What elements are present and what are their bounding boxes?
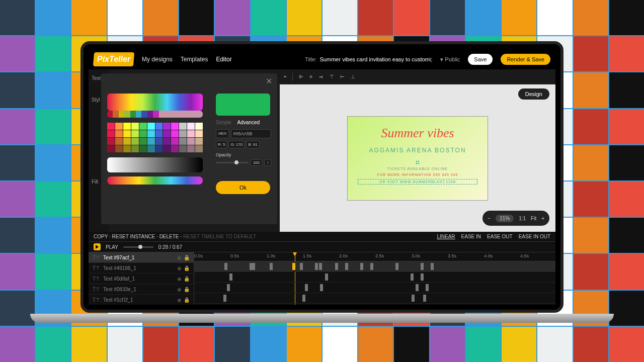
logo[interactable]: PixTeller <box>93 52 134 66</box>
keyframe[interactable] <box>345 263 348 270</box>
action-delete[interactable]: DELETE <box>159 234 179 239</box>
layer-row[interactable]: T⊤Text #1cf1f_1◉🔒 <box>89 295 194 305</box>
action-copy[interactable]: COPY <box>94 234 108 239</box>
track-row[interactable] <box>194 261 555 272</box>
layer-row[interactable]: T⊤Text #0d8af_1◉🔒 <box>89 274 194 284</box>
canvas-line1-text[interactable]: TICKETS AVAILABLE ONLINE <box>348 167 488 170</box>
keyframe[interactable] <box>431 263 434 270</box>
palette-rainbow[interactable] <box>107 94 203 111</box>
zoom-plus-icon[interactable]: + <box>541 216 544 221</box>
time-ruler[interactable]: const marks=["0.0s","0.5s","1.0s","1.5s"… <box>194 252 555 261</box>
visibility-icon[interactable]: ◉ <box>177 265 182 271</box>
track-area[interactable]: const marks=["0.0s","0.5s","1.0s","1.5s"… <box>194 252 555 305</box>
opacity-slider[interactable]: 100 ↕ <box>216 159 271 166</box>
lock-icon[interactable]: 🔒 <box>184 287 190 292</box>
keyframe[interactable] <box>421 274 424 281</box>
tab-simple[interactable]: Simple <box>216 120 231 125</box>
align-top-icon[interactable]: ⊤ <box>330 74 334 79</box>
align-left-icon[interactable]: ⊫ <box>299 74 303 79</box>
align-right-icon[interactable]: ⫤ <box>318 74 324 79</box>
keyframe[interactable] <box>395 263 398 270</box>
canvas-area[interactable]: Design Summer vibes AGGAMIS ARENA BOSTON… <box>280 84 555 232</box>
easing-linear[interactable]: LINEAR <box>437 234 455 239</box>
keyframe[interactable] <box>360 263 363 270</box>
track-row[interactable] <box>194 304 555 305</box>
visibility-icon[interactable]: ◉ <box>177 287 182 292</box>
keyframe[interactable] <box>270 263 273 270</box>
nav-my-designs[interactable]: My designs <box>142 56 173 63</box>
design-canvas[interactable]: Summer vibes AGGAMIS ARENA BOSTON TICKET… <box>347 116 488 201</box>
canvas-subtitle-text[interactable]: AGGAMIS ARENA BOSTON <box>348 147 488 154</box>
keyframe[interactable] <box>224 263 227 270</box>
keyframe[interactable] <box>426 284 429 291</box>
keyframe[interactable] <box>252 263 255 270</box>
keyframe[interactable] <box>319 263 322 270</box>
keyframe[interactable] <box>320 284 323 291</box>
nav-editor[interactable]: Editor <box>216 56 231 63</box>
selection-handle[interactable] <box>416 161 419 164</box>
keyframe[interactable] <box>325 274 328 281</box>
canvas-title-text[interactable]: Summer vibes <box>348 126 488 141</box>
easing-ease-out[interactable]: EASE OUT <box>487 234 513 239</box>
visibility-icon[interactable]: ◉ <box>177 276 182 282</box>
keyframe[interactable] <box>416 284 419 291</box>
zoom-1to1[interactable]: 1:1 <box>519 216 526 221</box>
speed-slider[interactable] <box>123 246 153 248</box>
track-row[interactable] <box>194 293 555 304</box>
keyframe[interactable] <box>335 263 338 270</box>
keyframe[interactable] <box>227 284 230 291</box>
action-reset-instance[interactable]: RESET INSTANCE <box>112 234 155 239</box>
keyframe[interactable] <box>229 274 232 281</box>
play-button[interactable] <box>94 243 101 250</box>
b-input[interactable]: B:91 <box>246 141 259 148</box>
easing-ease-in-out[interactable]: EASE IN OUT <box>519 234 550 239</box>
palette-gradient-bar[interactable] <box>107 176 203 185</box>
render-save-button[interactable]: Render & Save <box>501 54 550 65</box>
keyframe[interactable] <box>292 263 295 270</box>
layer-row[interactable]: T⊤Text #49186_1◉🔒 <box>89 263 194 274</box>
g-input[interactable]: G:170 <box>228 141 245 148</box>
palette-rainbow-dark[interactable] <box>107 111 203 118</box>
lock-icon[interactable]: 🔒 <box>184 276 190 282</box>
tab-advanced[interactable]: Advanced <box>237 120 260 125</box>
easing-ease-in[interactable]: EASE IN <box>461 234 481 239</box>
r-input[interactable]: R:5 <box>216 141 227 148</box>
zoom-fit[interactable]: Fit <box>531 216 536 221</box>
title-input[interactable]: Summer vibes card invitation easy to cus… <box>320 56 433 62</box>
zoom-in-icon[interactable]: + <box>283 74 286 79</box>
close-icon[interactable]: ✕ <box>266 76 272 86</box>
visibility-icon[interactable]: ◉ <box>177 255 182 260</box>
lock-icon[interactable]: 🔒 <box>184 297 190 303</box>
keyframe[interactable] <box>315 263 318 270</box>
keyframe[interactable] <box>411 274 414 281</box>
keyframe[interactable] <box>300 263 303 270</box>
design-mode-button[interactable]: Design <box>518 88 549 100</box>
layer-row[interactable]: T⊤Text #97acf_1◉🔒 <box>89 252 194 263</box>
keyframe[interactable] <box>302 295 305 302</box>
save-button[interactable]: Save <box>468 54 493 65</box>
keyframe[interactable] <box>370 263 373 270</box>
keyframe[interactable] <box>223 295 226 302</box>
lock-icon[interactable]: 🔒 <box>184 265 190 271</box>
palette-grayscale[interactable] <box>107 157 203 172</box>
palette-grid[interactable]: const cols=['#e6194b','#f58231','#ffe119… <box>107 123 203 152</box>
keyframe[interactable] <box>412 295 415 302</box>
track-row[interactable] <box>194 272 555 283</box>
visibility-icon[interactable]: ◉ <box>177 297 182 303</box>
keyframe[interactable] <box>421 263 424 270</box>
zoom-minus-icon[interactable]: − <box>488 216 491 221</box>
zoom-percent[interactable]: 21% <box>496 215 514 222</box>
nav-templates[interactable]: Templates <box>181 56 208 63</box>
ok-button[interactable]: Ok <box>216 181 270 194</box>
layer-row[interactable]: T⊤Text #0833e_1◉🔒 <box>89 284 194 295</box>
canvas-line3-text[interactable]: OR VISIT WWW.SUMMERBLAST.COM <box>358 179 477 185</box>
align-center-icon[interactable]: ≡ <box>309 74 312 79</box>
align-middle-icon[interactable]: ⊢ <box>340 74 345 79</box>
align-bottom-icon[interactable]: ⊥ <box>351 74 355 79</box>
lock-icon[interactable]: 🔒 <box>184 255 190 260</box>
keyframe[interactable] <box>305 284 308 291</box>
canvas-line2-text[interactable]: FOR MORE INFORMATION 555 345 345 <box>348 173 488 176</box>
keyframe[interactable] <box>423 295 426 302</box>
hex-input[interactable] <box>231 129 271 138</box>
visibility-dropdown[interactable]: ▾ Public <box>440 56 460 63</box>
